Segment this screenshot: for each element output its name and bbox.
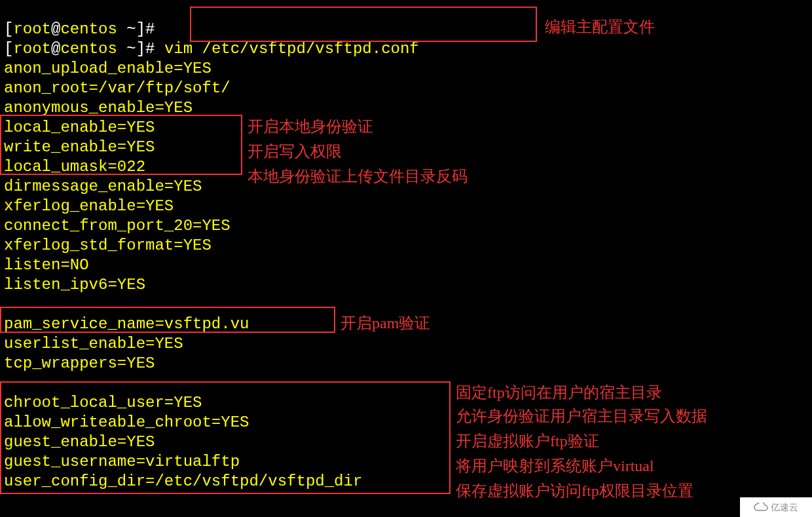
highlight-box-local bbox=[0, 115, 242, 175]
config-anon-upload-enable: anon_upload_enable=YES bbox=[4, 59, 212, 79]
prompt-user: root bbox=[13, 40, 51, 58]
note-pam: 开启pam验证 bbox=[341, 313, 430, 333]
config-xferlog-enable: xferlog_enable=YES bbox=[4, 197, 174, 216]
note-chroot-local: 固定ftp访问在用户的宿主目录 bbox=[456, 383, 662, 402]
note-edit-main: 编辑主配置文件 bbox=[545, 17, 655, 37]
prompt-path: ~ bbox=[126, 40, 136, 58]
config-connect-from-port-20: connect_from_port_20=YES bbox=[4, 216, 231, 236]
note-write-enable: 开启写入权限 bbox=[248, 142, 342, 161]
note-guest-enable: 开启虚拟账户ftp验证 bbox=[456, 431, 599, 451]
note-local-umask: 本地身份验证上传文件目录反码 bbox=[248, 166, 468, 186]
config-anon-root: anon_root=/var/ftp/soft/ bbox=[4, 79, 231, 98]
watermark-logo: 亿速云 bbox=[740, 497, 812, 517]
config-tcp-wrappers: tcp_wrappers=YES bbox=[4, 354, 155, 373]
cloud-icon bbox=[754, 503, 768, 512]
prompt-host: centos bbox=[60, 40, 117, 58]
highlight-box-pam bbox=[0, 307, 335, 333]
highlight-box-chroot bbox=[0, 381, 451, 494]
command-text: vim /etc/vsftpd/vsftpd.conf bbox=[164, 40, 419, 58]
config-xferlog-std-format: xferlog_std_format=YES bbox=[4, 236, 212, 256]
prompt-symbol: # bbox=[145, 40, 155, 58]
note-guest-username: 将用户映射到系统账户virtual bbox=[456, 456, 654, 476]
config-listen: listen=NO bbox=[4, 256, 89, 275]
config-dirmessage-enable: dirmessage_enable=YES bbox=[4, 177, 202, 197]
logo-text: 亿速云 bbox=[771, 497, 798, 517]
note-allow-writeable: 允许身份验证用户宿主目录写入数据 bbox=[456, 406, 707, 426]
config-listen-ipv6: listen_ipv6=YES bbox=[4, 275, 145, 295]
highlight-box-command bbox=[190, 7, 537, 42]
config-userlist-enable: userlist_enable=YES bbox=[4, 334, 183, 354]
note-user-config-dir: 保存虚拟账户访问ftp权限目录位置 bbox=[456, 481, 693, 501]
note-local-enable: 开启本地身份验证 bbox=[248, 117, 373, 136]
